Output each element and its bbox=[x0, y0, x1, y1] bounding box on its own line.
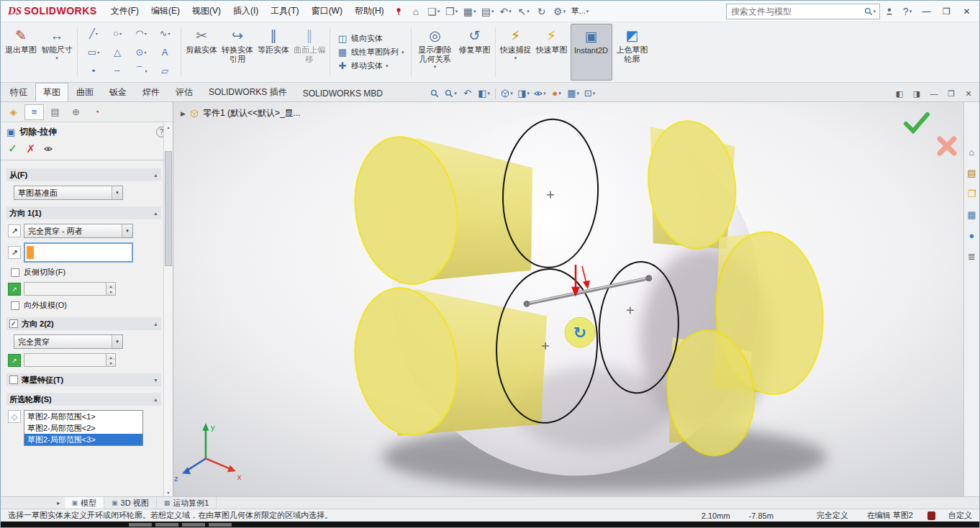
thin-feature-checkbox[interactable] bbox=[9, 375, 18, 384]
tab-weldments[interactable]: 焊件 bbox=[135, 83, 168, 101]
section-view-button[interactable]: ◧▾ bbox=[476, 86, 491, 100]
print-button[interactable]: ▤▾ bbox=[479, 4, 496, 19]
previous-view-button[interactable]: ↶ bbox=[460, 86, 475, 100]
flip-side-checkbox[interactable] bbox=[11, 268, 19, 277]
menu-tools[interactable]: 工具(T) bbox=[265, 1, 304, 21]
spinner-down-icon[interactable]: ▾ bbox=[106, 289, 115, 296]
exit-sketch-button[interactable]: ✎ 退出草图 bbox=[4, 24, 38, 81]
apply-scene-button[interactable]: ▦▾ bbox=[566, 86, 581, 100]
display-delete-relations-button[interactable]: ◎ 显示/删除几何关系 ▾ bbox=[414, 24, 456, 81]
featuremanager-tab[interactable]: ◈ bbox=[4, 104, 23, 120]
collapse-icon[interactable]: ▲ bbox=[153, 322, 158, 327]
circle-tool[interactable]: ○▾ bbox=[106, 24, 129, 42]
restore-document-button[interactable]: ❐ bbox=[943, 87, 959, 100]
rectangle-tool[interactable]: ▭▾ bbox=[82, 43, 105, 61]
close-document-button[interactable]: ✕ bbox=[961, 87, 976, 100]
collapse-icon[interactable]: ▲ bbox=[153, 211, 158, 216]
centerline-tool[interactable]: ╌ bbox=[106, 62, 129, 80]
configurationmanager-tab[interactable]: ▤ bbox=[45, 104, 65, 120]
smart-dimension-button[interactable]: ↔ 智能尺寸 ▾ bbox=[40, 24, 74, 81]
expand-icon[interactable]: ▼ bbox=[153, 378, 158, 383]
preview-eye-button[interactable] bbox=[44, 145, 53, 153]
taskbar-window-thumb[interactable] bbox=[129, 523, 152, 527]
offset-entities-button[interactable]: ∥ 等距实体 bbox=[256, 24, 291, 81]
status-tag-icon[interactable] bbox=[927, 511, 935, 520]
save-button[interactable]: ▦▾ bbox=[461, 4, 478, 19]
menu-insert[interactable]: 插入(I) bbox=[227, 1, 264, 21]
menu-file[interactable]: 文件(F) bbox=[105, 1, 145, 21]
close-window-button[interactable]: ✕ bbox=[957, 4, 976, 19]
trim-entities-button[interactable]: ✂ 剪裁实体 bbox=[184, 24, 219, 81]
ellipse-tool[interactable]: ⊙▾ bbox=[130, 43, 153, 61]
graphics-area[interactable]: ↻ y x z ▶ 零件1 (默认<<默认>_显... bbox=[173, 102, 963, 496]
section-direction2-header[interactable]: ✓ 方向 2(2) ▲ bbox=[6, 317, 161, 330]
confirmation-cancel-button[interactable] bbox=[936, 135, 958, 157]
menu-window[interactable]: 窗口(W) bbox=[306, 1, 348, 21]
view-settings-button[interactable]: ⊡▾ bbox=[582, 86, 597, 100]
point-tool[interactable]: • bbox=[82, 62, 105, 80]
options-button[interactable]: ⚙▾ bbox=[551, 4, 568, 19]
home-button[interactable]: ⌂ bbox=[407, 4, 425, 19]
taskbar-window-thumb[interactable] bbox=[182, 523, 205, 527]
cancel-button[interactable]: ✗ bbox=[26, 142, 35, 155]
start-condition-combo[interactable]: 草图基准面 ▾ bbox=[14, 186, 123, 200]
tab-solidworks-addins[interactable]: SOLIDWORKS 插件 bbox=[201, 83, 295, 101]
menu-view[interactable]: 视图(V) bbox=[186, 1, 227, 21]
appearances-icon[interactable]: ● bbox=[969, 230, 975, 241]
rapid-sketch-button[interactable]: ⚡ 快速草图 bbox=[535, 24, 569, 81]
tab-3d-views[interactable]: ▣3D 视图 bbox=[104, 497, 157, 509]
solidworks-resources-icon[interactable]: ⌂ bbox=[969, 147, 975, 158]
plane-tool[interactable]: ▱ bbox=[153, 62, 176, 80]
collapse-icon[interactable]: ▲ bbox=[153, 397, 158, 402]
direction1-arrow-icon[interactable]: ↗ bbox=[8, 224, 21, 237]
user-account-button[interactable] bbox=[881, 4, 898, 19]
spline-tool[interactable]: ∿▾ bbox=[153, 24, 176, 42]
draft-angle-spinner[interactable]: ▴▾ bbox=[24, 282, 116, 296]
sketch-fillet-tool[interactable]: ⌒▾ bbox=[130, 62, 153, 80]
text-tool[interactable]: A bbox=[153, 43, 176, 61]
selected-contours-list[interactable]: 草图2-局部范围<1> 草图2-局部范围<2> 草图2-局部范围<3> bbox=[24, 410, 143, 446]
mirror-entities-button[interactable]: ◫镜向实体 bbox=[337, 33, 404, 44]
minimize-document-button[interactable]: — bbox=[926, 87, 942, 100]
instant2d-button[interactable]: ▣ Instant2D bbox=[571, 24, 612, 81]
edit-appearance-button[interactable]: ●▾ bbox=[549, 86, 564, 100]
quick-snaps-button[interactable]: ⚡ 快速捕捉 ▾ bbox=[499, 24, 533, 81]
view-orientation-button[interactable]: ▾ bbox=[499, 86, 514, 100]
section-from-header[interactable]: 从(F) ▲ bbox=[6, 168, 161, 181]
tab-evaluate[interactable]: 评估 bbox=[168, 83, 201, 101]
part-name[interactable]: 零件1 (默认<<默认>_显... bbox=[203, 107, 301, 119]
minimize-window-button[interactable]: — bbox=[917, 4, 936, 19]
end-condition2-combo[interactable]: 完全贯穿 ▾ bbox=[14, 334, 123, 349]
displaymanager-tab[interactable]: ◔ bbox=[87, 104, 106, 120]
select-button[interactable]: ↖▾ bbox=[515, 4, 532, 19]
pin-menu-icon[interactable] bbox=[391, 4, 407, 19]
arc-tool[interactable]: ◠▾ bbox=[130, 24, 153, 42]
shaded-sketch-contours-button[interactable]: ◩ 上色草图轮廓 bbox=[614, 24, 651, 81]
menu-help[interactable]: 帮助(H) bbox=[349, 1, 390, 21]
collapse-pane-left-button[interactable]: ◧ bbox=[891, 87, 907, 100]
tab-model[interactable]: ▣模型 bbox=[65, 497, 105, 509]
section-thin-feature-header[interactable]: 薄壁特征(T) ▼ bbox=[6, 373, 161, 386]
scrollbar-thumb[interactable] bbox=[165, 151, 172, 266]
flyout-arrow-icon[interactable]: ▶ bbox=[181, 110, 186, 117]
tab-sketch[interactable]: 草图 bbox=[35, 83, 68, 101]
spinner-up-icon[interactable]: ▴ bbox=[106, 354, 115, 360]
design-library-icon[interactable]: ▤ bbox=[967, 168, 976, 178]
3d-viewport[interactable]: ↻ y x z bbox=[173, 102, 963, 496]
propertymanager-tab[interactable]: ≡ bbox=[24, 104, 44, 120]
search-input[interactable] bbox=[731, 6, 861, 17]
panel-scrollbar[interactable]: ▴ ▾ bbox=[163, 122, 173, 496]
depth2-spinner[interactable]: ▴▾ bbox=[24, 353, 116, 367]
collapse-icon[interactable]: ▲ bbox=[153, 173, 158, 178]
draft-outward-checkbox[interactable] bbox=[11, 301, 19, 310]
zoom-fit-button[interactable] bbox=[427, 86, 442, 100]
open-button[interactable]: ❒▾ bbox=[443, 4, 460, 19]
hide-show-items-button[interactable]: ▾ bbox=[532, 86, 548, 100]
units-selector[interactable]: 自定义 bbox=[948, 510, 972, 521]
view-palette-icon[interactable]: ▦ bbox=[967, 209, 976, 220]
section-direction1-header[interactable]: 方向 1(1) ▲ bbox=[6, 206, 161, 219]
file-explorer-icon[interactable]: ❐ bbox=[968, 188, 976, 199]
truncated-command-button[interactable]: 草...▾ bbox=[569, 4, 591, 19]
tab-surfaces[interactable]: 曲面 bbox=[68, 83, 101, 101]
search-button[interactable]: ▾ bbox=[861, 4, 879, 19]
